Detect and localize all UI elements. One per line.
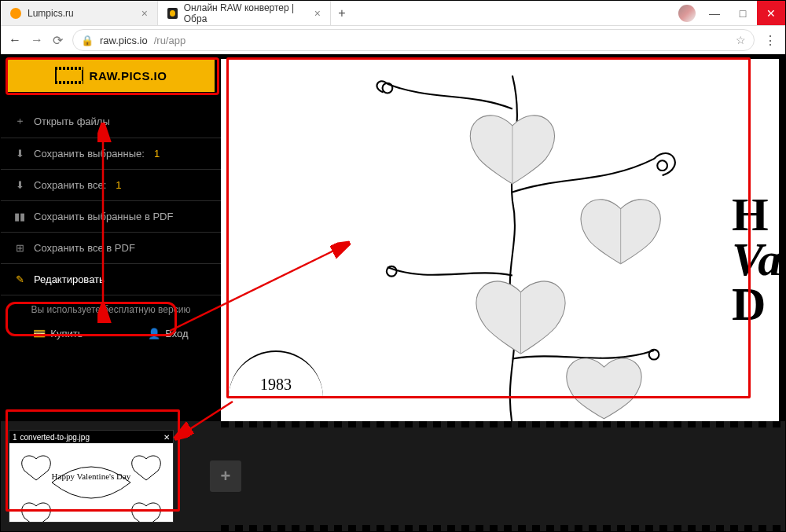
window-frame: Lumpics.ru × Онлайн RAW конвертер | Обра… bbox=[0, 0, 786, 532]
annotation-arrows bbox=[1, 1, 786, 532]
svg-line-9 bbox=[178, 402, 233, 437]
svg-line-8 bbox=[170, 244, 347, 331]
